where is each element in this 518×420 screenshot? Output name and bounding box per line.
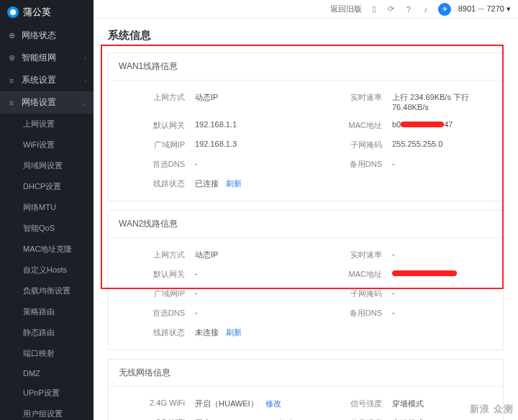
brand-name: 蒲公英: [23, 6, 51, 19]
topbar: 返回旧版 ▯ ⟳ ? ♪ ✈ 8901 ··· 7270 ▾: [94, 0, 518, 19]
field-value: -: [195, 308, 306, 319]
field-value: -: [195, 288, 306, 299]
menu-label: 网络状态: [22, 29, 56, 42]
menu-label: 系统设置: [22, 74, 56, 86]
sidebar: 蒲公英 ⊕网络状态⊗智能组网›≡系统设置›≡网络设置⌄上网设置WiFi设置局域网…: [0, 0, 94, 420]
brand-icon: [7, 6, 19, 18]
action-link[interactable]: 刷新: [226, 179, 242, 188]
sidebar-item-0[interactable]: ⊕网络状态: [0, 24, 94, 47]
sidebar-sub-item[interactable]: 策略路由: [0, 301, 94, 322]
info-row: 默认网关192.168.1.1MAC地址b047: [109, 116, 503, 135]
bell-icon[interactable]: ♪: [421, 4, 431, 14]
field-value: -: [392, 308, 503, 319]
info-row: 首选DNS-备用DNS-: [109, 155, 503, 174]
card-header: WAN1线路信息: [109, 53, 503, 81]
sidebar-menu: ⊕网络状态⊗智能组网›≡系统设置›≡网络设置⌄上网设置WiFi设置局域网设置DH…: [0, 24, 94, 420]
field-value: [392, 327, 503, 338]
sidebar-sub-item[interactable]: 端口映射: [0, 343, 94, 364]
sidebar-item-2[interactable]: ≡系统设置›: [0, 69, 94, 91]
field-value: b047: [392, 120, 503, 131]
field-label: 上网方式: [109, 92, 195, 111]
menu-icon: ⊕: [7, 32, 16, 40]
field-label: MAC地址: [306, 120, 392, 131]
field-label: 子网掩码: [306, 288, 392, 299]
field-value: -: [195, 159, 306, 170]
card-header: WAN2线路信息: [109, 211, 503, 238]
field-value: [392, 269, 503, 280]
field-label: [306, 327, 392, 338]
info-row: 线路状态未连接刷新: [109, 323, 503, 342]
field-label: 默认网关: [109, 269, 195, 280]
sidebar-sub-item[interactable]: DMZ: [0, 364, 94, 383]
field-label: 广域网IP: [109, 140, 195, 150]
sidebar-sub-item[interactable]: 负载均衡设置: [0, 280, 94, 301]
card-body: 上网方式动态IP实时速率上行 234.69KB/s 下行 76.48KB/s默认…: [109, 81, 503, 201]
wan2-card: WAN2线路信息上网方式动态IP实时速率-默认网关-MAC地址广域网IP-子网掩…: [108, 210, 504, 350]
menu-label: 智能组网: [22, 52, 56, 64]
field-value: 192.168.1.3: [195, 140, 306, 150]
brand: 蒲公英: [0, 0, 94, 24]
field-label: 信号强度: [306, 398, 392, 409]
help-icon[interactable]: ?: [404, 4, 414, 14]
sidebar-sub-item[interactable]: UPnP设置: [0, 383, 94, 403]
field-label: 广域网IP: [109, 288, 195, 299]
field-value: 动态IP: [195, 92, 306, 111]
field-value: [392, 178, 503, 189]
field-label: 首选DNS: [109, 159, 195, 170]
field-label: MAC地址: [306, 269, 392, 280]
bookmark-icon[interactable]: ▯: [369, 4, 379, 14]
sidebar-sub-item[interactable]: DHCP设置: [0, 176, 94, 197]
field-label: 备用DNS: [306, 159, 392, 170]
info-row: 广域网IP192.168.1.3子网掩码255.255.255.0: [109, 135, 503, 155]
main: 返回旧版 ▯ ⟳ ? ♪ ✈ 8901 ··· 7270 ▾ 系统信息 WAN1…: [94, 0, 518, 420]
action-link[interactable]: 刷新: [226, 328, 242, 337]
field-value: 192.168.1.1: [195, 120, 306, 131]
field-label: [306, 178, 392, 189]
menu-icon: ≡: [7, 76, 16, 85]
field-label: 默认网关: [109, 120, 195, 131]
menu-icon: ≡: [7, 99, 16, 107]
refresh-icon[interactable]: ⟳: [386, 4, 396, 14]
sidebar-sub-item[interactable]: 上网设置: [0, 114, 94, 134]
menu-label: 网络设置: [22, 96, 56, 109]
sidebar-sub-item[interactable]: 局域网设置: [0, 155, 94, 176]
field-label: 线路状态: [109, 178, 195, 189]
avatar[interactable]: ✈: [438, 3, 451, 16]
sidebar-sub-item[interactable]: WiFi设置: [0, 134, 94, 155]
chevron-icon: ›: [84, 77, 86, 84]
field-value: 开启（HUAWEI）修改: [195, 398, 306, 409]
sidebar-sub-item[interactable]: 自定义Hosts: [0, 260, 94, 280]
field-label: 实时速率: [306, 250, 392, 260]
sidebar-sub-item[interactable]: 用户组设置: [0, 403, 94, 420]
field-value: -: [195, 269, 306, 280]
field-label: 备用DNS: [306, 308, 392, 319]
page-title: 系统信息: [108, 29, 504, 42]
card-body: 上网方式动态IP实时速率-默认网关-MAC地址广域网IP-子网掩码-首选DNS-…: [109, 238, 503, 350]
sidebar-item-1[interactable]: ⊗智能组网›: [0, 47, 94, 69]
action-link[interactable]: 修改: [265, 399, 281, 408]
sidebar-sub-item[interactable]: 静态路由: [0, 322, 94, 343]
sidebar-sub-item[interactable]: 网络MTU: [0, 197, 94, 218]
field-value: 已连接刷新: [195, 178, 306, 189]
field-value: 穿墙模式: [392, 398, 503, 409]
field-value: 上行 234.69KB/s 下行 76.48KB/s: [392, 92, 503, 111]
field-value: 255.255.255.0: [392, 140, 503, 150]
field-value: 未连接刷新: [195, 327, 306, 338]
field-label: 实时速率: [306, 92, 392, 111]
chevron-icon: ›: [84, 55, 86, 62]
menu-icon: ⊗: [7, 54, 16, 63]
field-label: 上网方式: [109, 250, 195, 260]
field-label: 2.4G WiFi: [109, 398, 195, 409]
field-label: 子网掩码: [306, 140, 392, 150]
field-value: 动态IP: [195, 250, 306, 260]
back-link[interactable]: 返回旧版: [330, 4, 362, 14]
info-row: 默认网关-MAC地址: [109, 265, 503, 284]
sidebar-sub-item[interactable]: 智能QoS: [0, 218, 94, 239]
card-body: 2.4G WiFi开启（HUAWEI）修改信号强度穿墙模式5G WiFi开启（H…: [109, 387, 503, 420]
field-label: 线路状态: [109, 327, 195, 338]
wan1-card: WAN1线路信息上网方式动态IP实时速率上行 234.69KB/s 下行 76.…: [108, 52, 504, 201]
user-id: 8901 ··· 7270 ▾: [458, 4, 511, 14]
sidebar-sub-item[interactable]: MAC地址克隆: [0, 239, 94, 260]
content: 系统信息 WAN1线路信息上网方式动态IP实时速率上行 234.69KB/s 下…: [94, 19, 518, 420]
sidebar-item-3[interactable]: ≡网络设置⌄: [0, 91, 94, 114]
